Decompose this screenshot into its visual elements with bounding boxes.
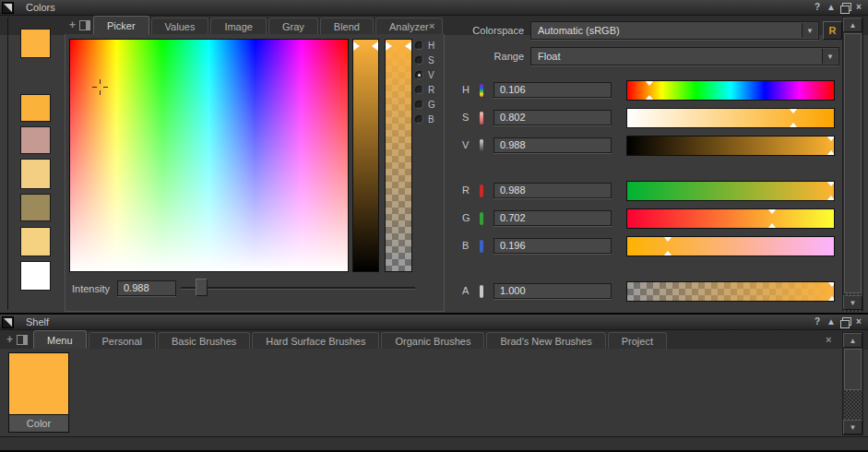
shelf-tabs: Menu Personal Basic Brushes Hard Surface… <box>33 330 669 350</box>
channel-label: R <box>462 184 473 196</box>
colors-titlebar[interactable]: Colors ? ▲ × <box>0 0 868 16</box>
channel-label: G <box>462 212 473 223</box>
channel-label: V <box>462 139 473 150</box>
detach-page-icon[interactable] <box>17 335 28 345</box>
close-icon[interactable]: × <box>852 1 865 14</box>
reset-colorspace-button[interactable]: R <box>823 21 842 40</box>
float-window-icon[interactable] <box>838 315 851 328</box>
shelf-scrollbar[interactable]: ▲ ▼ <box>842 332 863 435</box>
v-gradient-bar[interactable] <box>626 136 835 156</box>
r-gradient <box>627 182 834 200</box>
chevron-down-icon[interactable]: ▼ <box>822 49 838 64</box>
radio-icon[interactable] <box>415 56 423 65</box>
shelf-content: Color <box>1 349 842 436</box>
tab-brads-new-brushes[interactable]: Brad's New Brushes <box>486 332 605 350</box>
g-value-input[interactable]: 0.702 <box>493 210 612 226</box>
s-value-input[interactable]: 0.802 <box>493 110 612 125</box>
radio-icon[interactable] <box>415 42 423 50</box>
r-gradient-bar[interactable] <box>626 181 835 201</box>
h-gradient <box>627 81 834 100</box>
panel-title: Shelf <box>26 316 49 327</box>
detach-handle-icon[interactable] <box>2 316 14 328</box>
close-icon[interactable]: × <box>852 315 865 328</box>
hue-icon <box>480 84 483 97</box>
add-tab-button[interactable]: + <box>6 333 13 346</box>
float-window-icon[interactable] <box>838 1 851 14</box>
chevron-down-icon[interactable]: ▼ <box>802 23 817 38</box>
blue-channel-icon <box>480 240 483 253</box>
tab-tools: + <box>6 333 28 346</box>
detach-handle-icon[interactable] <box>2 2 14 14</box>
shelf-item-label: Color <box>9 414 68 432</box>
a-value-input[interactable]: 1.000 <box>493 283 612 299</box>
dock-divider <box>7 18 8 310</box>
range-dropdown[interactable]: Float ▼ <box>530 47 839 65</box>
r-value-input[interactable]: 0.988 <box>493 183 612 198</box>
shelf-titlebar[interactable]: Shelf ? ▲ × <box>0 315 868 330</box>
range-label: Range <box>424 51 524 62</box>
tab-blend[interactable]: Blend <box>320 18 374 35</box>
radio-icon-selected[interactable] <box>415 71 423 79</box>
h-gradient-bar[interactable] <box>626 80 835 101</box>
colorspace-dropdown[interactable]: Automatic (sRGB) ▼ <box>530 21 819 40</box>
tab-basic-brushes[interactable]: Basic Brushes <box>158 332 250 350</box>
s-gradient <box>627 109 834 127</box>
tab-picker[interactable]: Picker <box>93 16 149 35</box>
scrollbar-thumb[interactable] <box>844 349 862 390</box>
channel-row-g: G 0.702 <box>0 208 868 229</box>
a-gradient-bar[interactable] <box>626 281 835 302</box>
tab-project[interactable]: Project <box>608 332 667 350</box>
scrollbar-track[interactable] <box>844 390 862 421</box>
help-icon[interactable]: ? <box>811 315 824 328</box>
h-value-input[interactable]: 0.106 <box>493 82 612 98</box>
window-controls: ? ▲ × <box>811 1 865 14</box>
collapse-icon[interactable]: ▲ <box>825 1 838 14</box>
range-value: Float <box>538 51 560 62</box>
shelf-bottom-strip <box>0 436 868 450</box>
close-page-icon[interactable]: × <box>826 334 831 345</box>
channel-label: H <box>462 84 473 95</box>
b-value-input[interactable]: 0.196 <box>493 238 612 254</box>
window-controls: ? ▲ × <box>811 315 865 328</box>
scroll-up-icon[interactable]: ▲ <box>843 333 862 348</box>
collapse-icon[interactable]: ▲ <box>825 315 838 328</box>
help-icon[interactable]: ? <box>811 1 824 14</box>
tab-image[interactable]: Image <box>210 18 267 35</box>
scroll-down-icon[interactable]: ▼ <box>843 420 862 434</box>
detach-page-icon[interactable] <box>79 20 90 30</box>
tab-tools: + <box>69 18 90 31</box>
radio-label: H <box>428 41 434 51</box>
tab-organic-brushes[interactable]: Organic Brushes <box>381 332 484 350</box>
channel-label: B <box>462 240 473 251</box>
colors-scrollbar[interactable]: ▲ ▼ <box>842 17 863 311</box>
b-gradient-bar[interactable] <box>626 236 835 256</box>
tab-menu[interactable]: Menu <box>33 330 87 350</box>
channel-row-a: A 1.000 <box>0 281 868 302</box>
saturation-icon <box>480 112 483 125</box>
channel-row-v: V 0.988 <box>0 136 868 156</box>
current-color-swatch[interactable] <box>20 29 51 58</box>
channel-row-r: R 0.988 <box>0 181 868 201</box>
tab-personal[interactable]: Personal <box>89 332 156 350</box>
colorspace-value: Automatic (sRGB) <box>538 25 620 36</box>
shelf-color-item[interactable]: Color <box>8 352 69 433</box>
scrollbar-thumb[interactable] <box>844 33 862 293</box>
colors-tabs: Picker Values Image Gray Blend Analyzer <box>93 16 445 35</box>
scroll-up-icon[interactable]: ▲ <box>843 18 862 32</box>
shelf-color-swatch[interactable] <box>9 353 68 414</box>
add-tab-button[interactable]: + <box>69 18 76 31</box>
v-value-input[interactable]: 0.988 <box>493 137 612 153</box>
tab-gray[interactable]: Gray <box>268 18 318 35</box>
s-gradient-bar[interactable] <box>626 108 835 128</box>
shelf-tabbar: + Menu Personal Basic Brushes Hard Surfa… <box>0 330 868 350</box>
radio-label: V <box>428 70 434 80</box>
tab-values[interactable]: Values <box>151 18 209 35</box>
channel-label: A <box>462 285 473 296</box>
tab-hard-surface-brushes[interactable]: Hard Surface Brushes <box>252 332 379 350</box>
g-gradient-bar[interactable] <box>626 208 835 229</box>
red-channel-icon <box>480 184 483 197</box>
channel-row-h: H 0.106 <box>0 80 868 101</box>
channel-row-b: B 0.196 <box>0 236 868 256</box>
g-gradient <box>627 209 834 228</box>
scroll-down-icon[interactable]: ▼ <box>843 295 862 310</box>
